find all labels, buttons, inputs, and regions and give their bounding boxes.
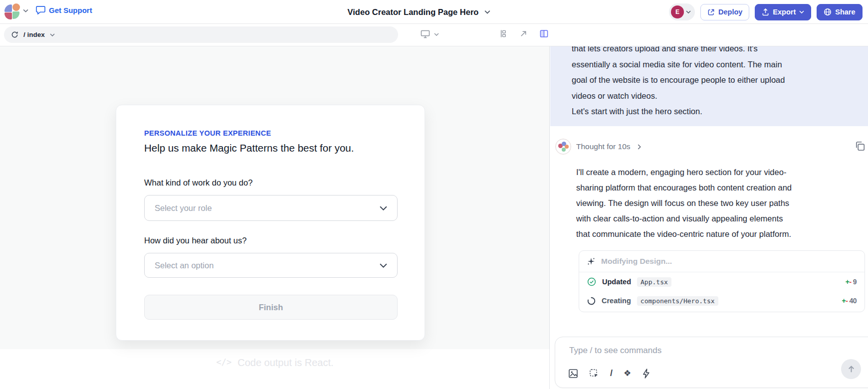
task-header-label: Modifying Design... — [601, 257, 672, 266]
globe-icon — [824, 8, 832, 16]
avatar: E — [671, 5, 684, 18]
preview-stage: PERSONALIZE YOUR EXPERIENCE Help us make… — [0, 46, 550, 349]
user-message-line: essentially a social media site for vide… — [572, 57, 785, 73]
route-bar[interactable]: / index — [4, 26, 398, 43]
get-support-link[interactable]: Get Support — [36, 5, 92, 14]
user-message-bubble: that lets creators upload and share thei… — [550, 46, 868, 126]
chat-panel: that lets creators upload and share thei… — [550, 46, 868, 389]
project-title-group[interactable]: Video Creator Landing Page Hero — [279, 0, 559, 24]
finish-button[interactable]: Finish — [144, 295, 398, 320]
split-view-icon[interactable] — [540, 29, 548, 38]
lightning-icon[interactable] — [642, 369, 651, 379]
user-message-line: videos or watch videos. — [572, 88, 785, 104]
chat-composer: / ❖ — [555, 337, 868, 388]
magic-patterns-logo-icon[interactable] — [4, 3, 22, 20]
question2-label: How did you hear about us? — [144, 236, 246, 245]
referral-select-placeholder: Select an option — [155, 261, 214, 270]
preview-panel: PERSONALIZE YOUR EXPERIENCE Help us make… — [0, 46, 550, 389]
components-diamond-icon[interactable]: ❖ — [624, 368, 631, 379]
task-action: Updated — [602, 278, 631, 286]
diff-stats: +-40 — [842, 297, 857, 305]
export-label: Export — [773, 8, 796, 16]
assistant-message-line: with clear calls-to-action and visually … — [576, 211, 792, 226]
deploy-label: Deploy — [718, 8, 742, 16]
composer-toolbar: / ❖ — [568, 368, 651, 379]
deploy-button[interactable]: Deploy — [700, 4, 749, 20]
get-support-label: Get Support — [49, 6, 92, 14]
code-icon: </> — [216, 357, 231, 367]
assistant-message-line: viewing. The design will focus on these … — [576, 195, 792, 211]
route-path: / index — [23, 31, 45, 38]
external-link-icon — [707, 8, 715, 16]
task-file: components/Hero.tsx — [637, 296, 718, 306]
assistant-message: I'll create a modern, engaging hero sect… — [576, 165, 792, 242]
user-message-line: that lets creators upload and share thei… — [572, 46, 785, 57]
share-label: Share — [835, 8, 855, 16]
chevron-right-icon — [638, 144, 641, 150]
assistant-message-line: I'll create a modern, engaging hero sect… — [576, 165, 792, 180]
send-button[interactable] — [841, 359, 861, 379]
finish-label: Finish — [259, 303, 283, 312]
top-bar: Get Support Video Creator Landing Page H… — [0, 0, 868, 24]
spinner-icon — [587, 297, 596, 305]
framework-note: Code output is React. — [237, 357, 333, 369]
role-select[interactable]: Select your role — [144, 195, 398, 221]
components-icon[interactable] — [499, 29, 507, 38]
personalize-modal: PERSONALIZE YOUR EXPERIENCE Help us make… — [116, 105, 425, 341]
copy-message-icon[interactable] — [855, 141, 867, 153]
title-chevron-down-icon — [484, 10, 490, 14]
refresh-icon[interactable] — [11, 31, 18, 38]
select-chevron-down-icon — [380, 206, 387, 210]
select-chevron-down-icon — [380, 263, 387, 268]
workspace-chevron-down-icon[interactable] — [23, 9, 28, 12]
open-in-new-icon[interactable] — [519, 29, 528, 38]
user-message-line: Let's start with just the hero section. — [572, 104, 785, 120]
preview-footer: </> Code output is React. — [0, 349, 550, 389]
task-row: Updated App.tsx +-9 — [579, 272, 865, 291]
upload-icon — [762, 8, 769, 16]
chat-input[interactable] — [569, 343, 779, 358]
task-progress-card: Modifying Design... Updated App.tsx +-9 … — [579, 250, 865, 312]
preview-toolbar: / index Chat — [0, 24, 868, 46]
diff-stats: +-9 — [846, 278, 857, 286]
device-chevron-down-icon[interactable] — [434, 33, 439, 36]
attach-image-icon[interactable] — [568, 369, 578, 379]
task-card-header: Modifying Design... — [579, 251, 865, 272]
topbar-actions: E Deploy Export Share — [669, 3, 863, 20]
thought-toggle[interactable]: Thought for 10s — [555, 139, 641, 155]
chat-bubble-icon — [36, 5, 45, 14]
user-message-line: goal of the website is to encourage peop… — [572, 72, 785, 88]
app-window: Get Support Video Creator Landing Page H… — [0, 0, 868, 389]
select-element-icon[interactable] — [589, 369, 599, 379]
task-row: Creating components/Hero.tsx +-40 — [579, 291, 865, 310]
slash-command-icon[interactable]: / — [610, 368, 613, 379]
assistant-avatar — [555, 139, 571, 155]
sparkle-icon — [587, 257, 595, 265]
question1-label: What kind of work do you do? — [144, 178, 252, 188]
thought-label: Thought for 10s — [576, 142, 631, 151]
device-preview-icon[interactable] — [421, 30, 430, 38]
project-title: Video Creator Landing Page Hero — [348, 7, 479, 17]
account-menu[interactable]: E — [669, 3, 695, 20]
modal-heading: Help us make Magic Patterns the best for… — [144, 142, 354, 154]
modal-eyebrow: PERSONALIZE YOUR EXPERIENCE — [144, 129, 271, 137]
task-action: Creating — [602, 297, 631, 305]
referral-select[interactable]: Select an option — [144, 253, 398, 278]
assistant-message-line: sharing platform that encourages both co… — [576, 180, 792, 195]
task-file: App.tsx — [637, 277, 671, 287]
share-button[interactable]: Share — [817, 4, 862, 20]
assistant-message-line: that communicate the video-centric natur… — [576, 226, 792, 242]
check-circle-icon — [587, 277, 596, 286]
export-button[interactable]: Export — [755, 4, 811, 20]
role-select-placeholder: Select your role — [155, 203, 212, 213]
